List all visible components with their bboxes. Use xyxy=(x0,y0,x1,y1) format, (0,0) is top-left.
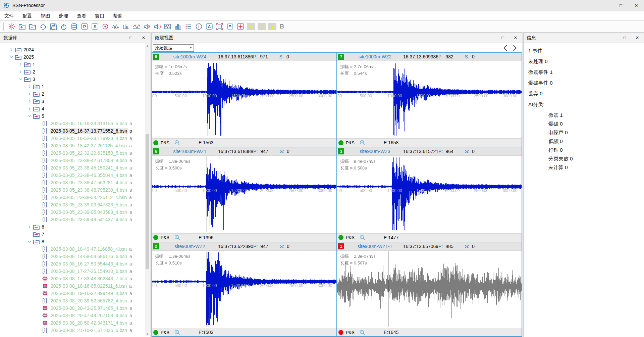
prev-event-icon[interactable] xyxy=(503,45,508,51)
tree-file[interactable]: 2025-03-05_23-38-54.225112_4.bsna xyxy=(0,194,145,201)
menu-item-7[interactable]: 帮助 xyxy=(109,11,127,20)
next-event-icon[interactable] xyxy=(513,45,517,51)
tree-file[interactable]: 2025-03-08_20-50-42.343171_4.bsna xyxy=(0,319,145,327)
tree-file[interactable]: 2025-03-08_20-39-52.565782_4.bsna xyxy=(0,297,145,304)
sound-icon[interactable] xyxy=(153,22,162,31)
waveform-plot-area[interactable]: 振幅 = 2.7e-06m/s 长度 = 0.544s 00500.001000… xyxy=(337,61,522,138)
data-source-dropdown[interactable]: 原始数据 ▼ xyxy=(153,44,194,52)
tree-folder-4[interactable]: 4 xyxy=(0,105,145,112)
histogram-icon[interactable] xyxy=(173,22,182,31)
tree-file[interactable]: 2025-03-08_17-27-25.154910_6.bsna xyxy=(0,268,145,275)
info-close-button[interactable]: ✕ xyxy=(631,33,644,43)
event-list-icon[interactable] xyxy=(184,22,193,31)
waveform-plot-area[interactable]: 振幅 = 2.3e-07m/s 长度 = 0.507s xyxy=(337,251,522,328)
tree-file[interactable]: 2025-03-08_20-47-49.207103_4.bsna xyxy=(0,312,145,319)
database-icon[interactable] xyxy=(69,22,78,31)
tree-folder-1[interactable]: 1 xyxy=(0,61,145,68)
s-marker-icon[interactable]: S xyxy=(90,22,99,31)
auto-label-icon[interactable]: A xyxy=(205,22,214,31)
folder-add-icon[interactable] xyxy=(17,22,26,31)
scroll-up-icon[interactable]: ▲ xyxy=(145,43,150,48)
denoise-icon[interactable] xyxy=(142,22,151,31)
expander-closed-icon[interactable] xyxy=(17,62,24,67)
tree-folder-7[interactable]: 7 xyxy=(0,231,145,238)
tree-file[interactable]: 2025-03-05_23-38-45.150241_4.bsna xyxy=(0,164,145,172)
expander-open-icon[interactable] xyxy=(8,54,15,60)
save-icon[interactable] xyxy=(49,22,58,31)
menu-item-4[interactable]: 处理 xyxy=(54,11,72,20)
tree-folder-6[interactable]: 6 xyxy=(0,223,145,231)
tree-file[interactable]: 2025-03-08_10-49-47.116058_4.bsna xyxy=(0,245,145,253)
zoom-in-icon[interactable] xyxy=(174,329,180,336)
tree-folder-2024[interactable]: 2024 xyxy=(0,46,145,53)
tree-file[interactable]: 2025-03-05_23-38-42.617808_4.bsna xyxy=(0,157,145,164)
info-icon[interactable] xyxy=(194,22,203,31)
axis-z-button[interactable]: Z xyxy=(268,23,276,30)
wave-pick-icon[interactable] xyxy=(111,22,120,31)
waveform-plot-area[interactable]: 振幅 = 1.3e-06m/s 长度 = 0.510s 00500.001000… xyxy=(152,251,336,328)
waveform-plot-area[interactable]: 振幅 = 1e-06m/s 长度 = 0.523s 00500.001000.0… xyxy=(152,61,336,138)
tree-file[interactable]: 2025-03-08_16-27-50.554443_4.bsna xyxy=(0,260,145,268)
tree-folder-2025[interactable]: 2025 xyxy=(0,53,145,61)
tree-file[interactable]: 2025-03-05_22-32-20.635150_5.bsna xyxy=(0,149,145,157)
expander-closed-icon[interactable] xyxy=(26,224,33,230)
tree-file[interactable]: 2025-03-05_23-38-48.795230_4.bsna xyxy=(0,186,145,194)
tree-file[interactable]: 2025-03-05_23-39-03.647823_5.bsna xyxy=(0,201,145,208)
tree-file[interactable]: 2025-03-08_17-33-48.362848_7.bsna xyxy=(0,275,145,282)
expander-closed-icon[interactable] xyxy=(26,91,33,97)
axis-y-button[interactable]: Y xyxy=(258,23,266,30)
expander-closed-icon[interactable] xyxy=(8,47,15,52)
tree-folder-2[interactable]: 2 xyxy=(0,90,145,98)
wave-fit-icon[interactable] xyxy=(132,22,141,31)
redo-icon[interactable] xyxy=(38,22,47,31)
tree-folder-3[interactable]: 3 xyxy=(0,76,145,83)
minimize-button[interactable]: — xyxy=(598,0,613,11)
database-close-button[interactable]: ✕ xyxy=(137,33,150,43)
zoom-in-icon[interactable] xyxy=(174,140,180,146)
axis-x-button[interactable]: X xyxy=(247,23,255,30)
tree-file[interactable]: 2025-03-05_23-38-46.355844_4.bsna xyxy=(0,172,145,179)
tree-file[interactable]: 2025-03-08_20-43-25.971485_4.bsna xyxy=(0,304,145,312)
tree-file[interactable]: 2025-03-08_19-16-32.899449_4.bsna xyxy=(0,290,145,297)
tree-folder-3[interactable]: 3 xyxy=(0,98,145,105)
zoom-in-icon[interactable] xyxy=(359,329,366,336)
settings-icon[interactable] xyxy=(7,22,16,31)
waveform-maximize-button[interactable]: □ xyxy=(496,33,509,43)
waveform-plot-area[interactable]: 振幅 = 1.8e-06m/s 长度 = 0.500s 00500.001000… xyxy=(152,156,336,233)
menu-item-6[interactable]: 窗口 xyxy=(91,11,109,20)
maximize-button[interactable]: □ xyxy=(613,0,629,11)
menu-item-2[interactable]: 配置 xyxy=(18,11,36,20)
menu-item-5[interactable]: 查看 xyxy=(72,11,91,20)
p-marker-icon[interactable]: P xyxy=(80,22,89,31)
tree-folder-1[interactable]: 1 xyxy=(0,83,145,90)
report-layout-icon[interactable] xyxy=(225,22,234,31)
locate-icon[interactable] xyxy=(101,22,110,31)
waveform-plot-area[interactable]: 振幅 = 9.4e-07m/s 长度 = 0.508s 00500.001000… xyxy=(337,156,522,233)
close-button[interactable]: ✕ xyxy=(629,0,644,11)
info-maximize-button[interactable]: □ xyxy=(618,33,631,43)
expander-open-icon[interactable] xyxy=(26,113,33,119)
expander-open-icon[interactable] xyxy=(26,239,33,244)
tree-file-selected[interactable]: 2025-03-05_16-37-13.771552_6.bsnp xyxy=(0,127,145,135)
zoom-in-icon[interactable] xyxy=(359,234,366,241)
tree-scrollbar[interactable]: ▲ ▼ xyxy=(145,43,150,336)
crosshair-add-icon[interactable] xyxy=(236,22,245,31)
tree-file[interactable]: 2025-03-08_14-58-03.686176_6.bsna xyxy=(0,253,145,260)
zoom-in-icon[interactable] xyxy=(359,140,366,146)
menu-item-3[interactable]: 视图 xyxy=(36,11,54,20)
scrollbar-thumb[interactable] xyxy=(146,134,149,269)
tree-file[interactable]: 2025-03-05_23-59-49.541437_4.bsna xyxy=(0,216,145,223)
tree-file[interactable]: 2025-03-05_23-39-05.843588_4.bsna xyxy=(0,208,145,216)
tree-file[interactable]: 2025-03-05_16-52-23.179923_4.bsna xyxy=(0,135,145,142)
expander-open-icon[interactable] xyxy=(17,77,24,82)
waveform-close-button[interactable]: ✕ xyxy=(509,33,522,43)
power-timer-icon[interactable] xyxy=(59,22,68,31)
tree-file[interactable]: 2025-03-05_23-38-47.563281_4.bsna xyxy=(0,179,145,186)
tree-file[interactable]: 2025-03-05_16-16-33.313156_5.bsna xyxy=(0,120,145,127)
expander-closed-icon[interactable] xyxy=(17,69,24,75)
tree-folder-5[interactable]: 5 xyxy=(0,112,145,120)
tree-file[interactable]: 2025-03-08_21-10-21.671835_6.bsna xyxy=(0,327,145,334)
expander-closed-icon[interactable] xyxy=(26,99,33,104)
menu-item-1[interactable]: 文件 xyxy=(0,11,18,20)
tree-folder-2[interactable]: 2 xyxy=(0,68,145,76)
